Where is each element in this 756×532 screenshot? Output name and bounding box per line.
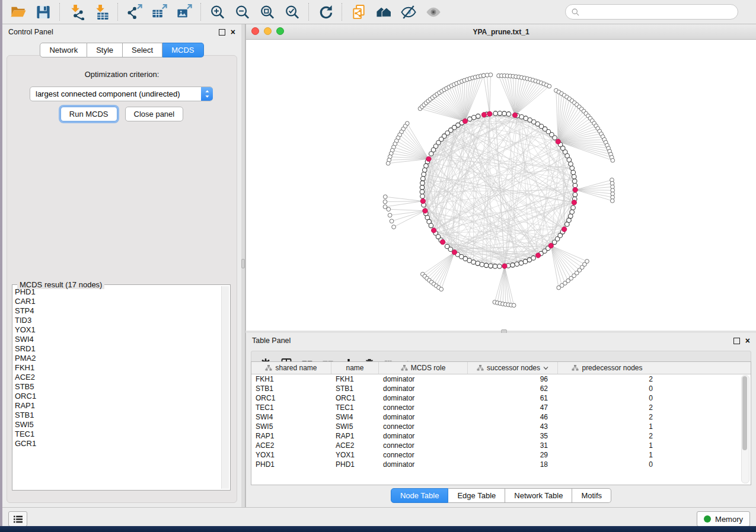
float-window-icon[interactable]: [219, 29, 225, 36]
mcds-node-item[interactable]: SWI4: [15, 335, 221, 344]
result-scrollbar[interactable]: [221, 286, 229, 489]
scrollbar-thumb[interactable]: [742, 376, 747, 450]
mcds-node-item[interactable]: TID3: [15, 316, 221, 325]
hide-selected-button[interactable]: [396, 2, 421, 22]
column-header-predecessor-nodes[interactable]: predecessor nodes: [558, 362, 656, 374]
close-panel-button[interactable]: Close panel: [125, 107, 184, 121]
toolbar-group: [6, 2, 56, 22]
open-session-button[interactable]: [6, 2, 31, 22]
table-row[interactable]: ACE2ACE2connector311: [251, 441, 751, 450]
search-input[interactable]: [583, 7, 738, 17]
table-row[interactable]: FKH1FKH1dominator962: [251, 374, 751, 384]
import-network-button[interactable]: [64, 2, 89, 22]
column-label: name: [346, 364, 363, 372]
tab-network[interactable]: Network: [40, 43, 87, 57]
memory-label: Memory: [715, 515, 743, 524]
run-mcds-button[interactable]: Run MCDS: [60, 107, 117, 121]
search-box[interactable]: [565, 4, 738, 20]
tab-node-table[interactable]: Node Table: [391, 488, 449, 503]
select-stepper-icon: [201, 87, 213, 101]
mcds-node-item[interactable]: PMA2: [15, 354, 221, 363]
table-row[interactable]: TEC1TEC1connector472: [251, 403, 751, 412]
maximize-window-icon[interactable]: [276, 27, 284, 35]
column-label: MCDS role: [411, 364, 446, 372]
save-session-button[interactable]: [31, 2, 56, 22]
table-row[interactable]: SWI5SWI5connector431: [251, 422, 751, 431]
export-image-icon: [176, 4, 193, 20]
tab-network-table[interactable]: Network Table: [505, 488, 572, 503]
memory-button[interactable]: Memory: [697, 511, 750, 527]
mcds-node-item[interactable]: PHD1: [15, 287, 221, 297]
table-row[interactable]: PHD1PHD1dominator180: [251, 460, 751, 469]
list-icon: [13, 515, 23, 524]
export-image-button[interactable]: [172, 2, 197, 22]
table-scrollbar: [741, 375, 749, 483]
column-label: predecessor nodes: [582, 364, 642, 372]
mcds-node-item[interactable]: ORC1: [15, 392, 221, 401]
mcds-node-item[interactable]: YOX1: [15, 325, 221, 335]
network-window-titlebar[interactable]: YPA_prune.txt_1: [246, 24, 756, 40]
mcds-node-item[interactable]: STB1: [15, 411, 221, 420]
minimize-window-icon[interactable]: [264, 27, 272, 35]
table-row[interactable]: STB1STB1dominator620: [251, 384, 751, 393]
hide-selected-icon: [400, 4, 417, 20]
import-network-icon: [68, 4, 85, 20]
mcds-node-item[interactable]: CAR1: [15, 297, 221, 306]
toolbar-group: [205, 2, 305, 22]
toolbar-separator: [117, 3, 119, 21]
mcds-node-item[interactable]: SWI5: [15, 420, 221, 430]
toolbar-separator: [59, 3, 60, 21]
mcds-node-item[interactable]: STB5: [15, 382, 221, 392]
zoom-fit-button[interactable]: [255, 2, 280, 22]
splitter-grip[interactable]: [241, 259, 245, 268]
table-row[interactable]: SWI4SWI4dominator462: [251, 412, 751, 422]
vertical-splitter[interactable]: [241, 24, 245, 508]
network-from-selection-button[interactable]: [346, 2, 371, 22]
zoom-selected-button[interactable]: [280, 2, 305, 22]
import-table-button[interactable]: [89, 2, 114, 22]
close-icon[interactable]: ×: [231, 29, 235, 35]
tab-style[interactable]: Style: [87, 43, 123, 57]
close-window-icon[interactable]: [251, 27, 259, 35]
mcds-node-item[interactable]: SRD1: [15, 344, 221, 354]
tab-edge-table[interactable]: Edge Table: [448, 488, 505, 503]
tab-motifs[interactable]: Motifs: [572, 488, 611, 503]
apply-layout-button[interactable]: [313, 2, 338, 22]
mcds-node-item[interactable]: RAP1: [15, 401, 221, 411]
network-canvas[interactable]: [246, 40, 756, 331]
mcds-node-item[interactable]: STP4: [15, 306, 221, 316]
control-panel-title: Control Panel: [8, 28, 53, 36]
float-window-icon[interactable]: [733, 338, 740, 344]
toolbar-separator: [308, 3, 310, 21]
column-header-successor-nodes[interactable]: successor nodes: [468, 362, 558, 374]
close-icon[interactable]: ×: [745, 338, 750, 344]
export-table-icon: [151, 4, 168, 20]
tab-select[interactable]: Select: [123, 43, 162, 57]
mcds-node-item[interactable]: GCR1: [15, 439, 221, 448]
table-row[interactable]: YOX1YOX1connector291: [251, 450, 751, 460]
export-table-button[interactable]: [147, 2, 172, 22]
mcds-node-item[interactable]: FKH1: [15, 363, 221, 373]
show-all-button[interactable]: [421, 2, 446, 22]
mcds-node-item[interactable]: TEC1: [15, 430, 221, 439]
criterion-select[interactable]: largest connected component (undirected): [30, 86, 213, 101]
zoom-in-button[interactable]: [205, 2, 230, 22]
group-nodes-button[interactable]: [371, 2, 396, 22]
control-panel: Control Panel × NetworkStyleSelectMCDS O…: [2, 24, 241, 508]
tab-mcds[interactable]: MCDS: [162, 43, 203, 57]
zoom-out-button[interactable]: [230, 2, 255, 22]
desktop-wallpaper: [0, 526, 756, 532]
mcds-result-list: PHD1CAR1STP4TID3YOX1SWI4SRD1PMA2FKH1ACE2…: [15, 287, 221, 488]
network-graph[interactable]: [246, 40, 756, 331]
table-row[interactable]: RAP1RAP1dominator352: [251, 431, 751, 441]
column-header-shared-name[interactable]: shared name: [251, 362, 331, 374]
task-history-button[interactable]: [8, 511, 27, 527]
apply-layout-icon: [317, 4, 334, 20]
column-header-name[interactable]: name: [331, 362, 379, 374]
zoom-selected-icon: [284, 4, 301, 20]
table-row[interactable]: ORC1ORC1dominator610: [251, 393, 751, 403]
export-network-button[interactable]: [122, 2, 147, 22]
main-toolbar: [2, 0, 756, 24]
mcds-node-item[interactable]: ACE2: [15, 373, 221, 382]
column-header-MCDS-role[interactable]: MCDS role: [379, 362, 468, 374]
